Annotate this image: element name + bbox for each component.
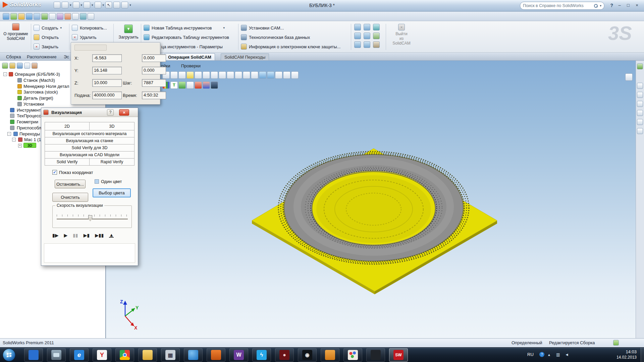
taskbar-app-calculator[interactable]: ▦ <box>161 348 180 362</box>
dialog-help-button[interactable]: ? <box>107 109 114 116</box>
tab-layout[interactable]: Расположение <box>23 53 60 60</box>
help-icon[interactable]: ? <box>610 3 613 8</box>
tab-assembly[interactable]: Сборка <box>3 53 24 60</box>
maximize-button[interactable]: □ <box>624 2 633 8</box>
print-icon[interactable] <box>84 2 90 8</box>
undo-caret-icon[interactable]: ▾ <box>103 3 104 7</box>
cam-grid-icon[interactable] <box>373 41 380 48</box>
end-button[interactable]: ▶▮▮ <box>95 233 104 238</box>
cam-toolbar-icon[interactable] <box>72 13 79 20</box>
status-icon[interactable] <box>613 340 619 346</box>
pause-button[interactable]: ▮▮ <box>73 233 78 238</box>
open-button[interactable]: Открыть <box>34 34 59 41</box>
taskbar-app-ie[interactable]: e <box>70 348 89 362</box>
taskbar-app-yandex[interactable]: Y <box>93 348 111 362</box>
collapse-icon[interactable]: - <box>7 132 11 136</box>
new-tool-table-button[interactable]: Новая Таблица инструментов ▾ <box>144 24 225 31</box>
rest-material-button[interactable]: Визуализация остаточного материала <box>45 130 135 137</box>
cad-model-button[interactable]: Визуализация на CAD Модели <box>45 151 135 159</box>
cam-toolbar-icon[interactable] <box>26 13 33 20</box>
cam-toolbar-icon[interactable] <box>3 13 9 20</box>
taskbar-app-filemanager[interactable] <box>321 348 339 362</box>
tree-toolbar-icon[interactable] <box>2 63 8 69</box>
taskbar-app-explorer-folder[interactable] <box>138 348 157 362</box>
create-button[interactable]: Создать ▾ <box>34 24 62 31</box>
right-strip-icon[interactable] <box>637 92 643 98</box>
cam-toolbar-icon[interactable] <box>80 13 87 20</box>
delete-button[interactable]: × Удалить <box>72 34 97 41</box>
close-button[interactable]: × <box>633 2 641 8</box>
tab-solid-verify[interactable]: Solid Verify <box>45 158 90 166</box>
taskbar-app-solidworks-active[interactable]: SW <box>389 348 408 362</box>
taskbar-app-photoshop[interactable] <box>366 348 385 362</box>
taskbar-app-paint[interactable] <box>343 348 362 362</box>
tree-toolbar-icon[interactable] <box>24 63 30 69</box>
tech-db-button[interactable]: Технологическая база данных <box>241 34 310 41</box>
speed-slider-thumb[interactable] <box>88 215 92 221</box>
language-indicator[interactable]: RU <box>527 352 534 357</box>
taskbar-app-chrome[interactable] <box>115 348 134 362</box>
cam-grid-icon[interactable] <box>364 24 370 31</box>
open-caret-icon[interactable]: ▾ <box>70 3 71 7</box>
search-input[interactable]: Поиск в Справке по SolidWorks <box>523 3 592 8</box>
step-button[interactable]: ▮▶ <box>52 233 58 238</box>
tray-clock[interactable]: 14:03 14.02.2013 <box>600 349 641 360</box>
selected-operation-chip[interactable]: 3D <box>23 143 36 148</box>
cam-toolbar-icon[interactable] <box>10 13 17 20</box>
cam-settings-button[interactable]: Установки CAM... <box>241 24 284 31</box>
load-button[interactable]: ▼ Загрузить <box>115 24 142 40</box>
collapse-icon[interactable]: - <box>12 138 16 141</box>
dialog-titlebar[interactable]: Визуализация ? × <box>41 108 138 117</box>
tree-toolbar-icon[interactable] <box>32 63 38 69</box>
tree-toolbar-icon[interactable] <box>9 63 15 69</box>
minimize-button[interactable]: – <box>615 2 624 8</box>
options-icon[interactable] <box>121 2 128 8</box>
search-icon[interactable] <box>594 4 598 8</box>
taskbar-app-lightning[interactable]: ϟ <box>252 348 271 362</box>
options-caret-icon[interactable]: ▾ <box>129 3 131 7</box>
pick-color-button[interactable]: Выбор цвета <box>93 188 131 197</box>
close-button[interactable]: × Закрыть <box>34 43 58 50</box>
select-arrow-icon[interactable]: ↖ <box>105 2 112 8</box>
cam-grid-icon[interactable] <box>354 41 361 48</box>
graphics-viewport[interactable]: ойки Проверки T <box>106 61 636 338</box>
tray-help-icon[interactable]: ? <box>539 352 544 357</box>
open-file-icon[interactable] <box>62 2 68 8</box>
right-strip-icon[interactable] <box>637 110 643 116</box>
help-search-box[interactable]: Поиск в Справке по SolidWorks ▾ <box>520 2 604 10</box>
solid-verify-3d-button[interactable]: Solid Verify для 3D <box>45 144 135 152</box>
taskbar-app-media[interactable] <box>207 348 225 362</box>
tree-toolbar-icon[interactable] <box>17 63 23 69</box>
taskbar-app-skype[interactable] <box>184 348 203 362</box>
play-button[interactable]: ▶ <box>64 233 67 238</box>
expand-icon[interactable]: + <box>18 144 22 147</box>
cam-toolbar-icon[interactable] <box>41 13 48 20</box>
about-solidcam-button[interactable]: О программе SolidCAM <box>3 23 29 41</box>
undo-icon[interactable] <box>95 2 101 8</box>
machine-sim-button[interactable]: Визуализация на станке <box>45 137 135 144</box>
taskbar-app-recorder[interactable]: ◉ <box>298 348 317 362</box>
taskbar-app-computer[interactable] <box>47 348 66 362</box>
tray-network-icon[interactable]: ▥ <box>556 352 560 357</box>
tray-expand-icon[interactable]: ▴ <box>548 352 550 357</box>
show-coordinates-checkbox[interactable]: ✓ <box>52 170 57 175</box>
taskbar-app-utorrent[interactable] <box>24 348 43 362</box>
right-strip-icon[interactable] <box>637 101 643 107</box>
cam-grid-icon[interactable] <box>373 33 380 39</box>
start-button[interactable] <box>3 349 15 361</box>
cam-toolbar-icon[interactable] <box>57 13 63 20</box>
clear-button[interactable]: Очистить <box>52 193 88 202</box>
cam-grid-icon[interactable] <box>364 33 370 39</box>
view-2d-button[interactable]: 2D <box>45 122 90 130</box>
save-caret-icon[interactable]: ▾ <box>81 3 83 7</box>
search-caret-icon[interactable]: ▾ <box>600 4 601 7</box>
right-strip-icon[interactable] <box>637 63 643 69</box>
cam-toolbar-icon[interactable] <box>18 13 25 20</box>
tray-volume-icon[interactable]: ◄ <box>565 352 569 357</box>
key-info-button[interactable]: Информация о электронном ключе защиты... <box>241 43 340 50</box>
dialog-close-button[interactable]: × <box>119 109 129 116</box>
taskbar-app-w[interactable]: W <box>229 348 248 362</box>
cam-toolbar-icon[interactable] <box>64 13 71 20</box>
cam-grid-icon[interactable] <box>354 33 361 39</box>
tab-rapid-verify[interactable]: Rapid Verify <box>89 158 135 166</box>
